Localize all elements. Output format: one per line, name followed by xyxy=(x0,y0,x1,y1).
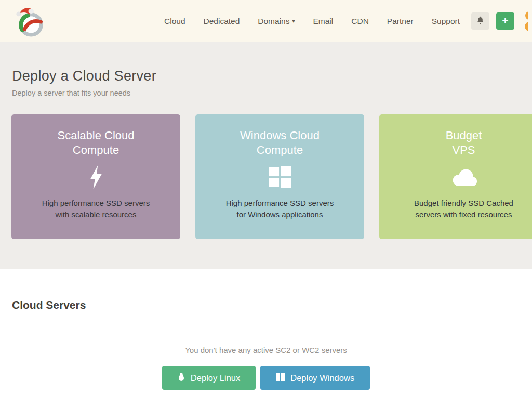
card-title: Budget VPS xyxy=(379,128,532,157)
nav-item-email[interactable]: Email xyxy=(313,17,334,26)
card-description: High performance SSD servers for Windows… xyxy=(195,198,364,220)
chevron-down-icon: ▾ xyxy=(292,18,295,24)
deploy-windows-button[interactable]: Deploy Windows xyxy=(260,366,370,390)
cloud-servers-section: Cloud Servers You don't have any active … xyxy=(0,269,532,390)
nav-item-support[interactable]: Support xyxy=(432,17,460,26)
windows-logo-icon xyxy=(276,373,285,384)
empty-state-message: You don't have any active SC2 or WC2 ser… xyxy=(0,346,532,354)
nav-item-cloud[interactable]: Cloud xyxy=(164,17,185,26)
nav-item-domains[interactable]: Domains ▾ xyxy=(258,17,295,26)
card-title: Scalable Cloud Compute xyxy=(11,128,180,157)
deploy-buttons: Deploy Linux Deploy Windows xyxy=(0,366,532,390)
add-button[interactable]: + xyxy=(496,12,514,30)
cloud-icon xyxy=(379,161,532,193)
top-navbar: Cloud Dedicated Domains ▾ Email CDN Part… xyxy=(0,0,532,42)
card-windows-cloud-compute[interactable]: Windows Cloud Compute High performance S… xyxy=(195,114,364,239)
lightning-bolt-icon xyxy=(11,161,180,193)
card-scalable-cloud-compute[interactable]: Scalable Cloud Compute High performance … xyxy=(11,114,180,239)
page-title: Deploy a Cloud Server xyxy=(0,68,532,84)
main-nav: Cloud Dedicated Domains ▾ Email CDN Part… xyxy=(164,17,460,26)
card-description: Budget friendly SSD Cached servers with … xyxy=(379,198,532,220)
section-title: Cloud Servers xyxy=(0,299,532,311)
company-logo-icon[interactable] xyxy=(14,4,47,40)
nav-item-dedicated[interactable]: Dedicated xyxy=(204,17,240,26)
card-description: High performance SSD servers with scalab… xyxy=(11,198,180,220)
server-type-cards: Scalable Cloud Compute High performance … xyxy=(0,114,532,239)
deploy-linux-label: Deploy Linux xyxy=(191,373,240,383)
bell-icon xyxy=(476,16,484,27)
partial-user-icon[interactable] xyxy=(522,9,528,34)
deploy-hero-section: Deploy a Cloud Server Deploy a server th… xyxy=(0,42,532,269)
windows-logo-icon xyxy=(195,161,364,193)
deploy-windows-label: Deploy Windows xyxy=(290,373,354,383)
notifications-button[interactable] xyxy=(471,12,489,30)
deploy-linux-button[interactable]: Deploy Linux xyxy=(162,366,256,390)
card-budget-vps[interactable]: Budget VPS Budget friendly SSD Cached se… xyxy=(379,114,532,239)
nav-item-partner[interactable]: Partner xyxy=(387,17,414,26)
nav-item-cdn[interactable]: CDN xyxy=(351,17,369,26)
linux-penguin-icon xyxy=(178,373,185,384)
card-title: Windows Cloud Compute xyxy=(195,128,364,157)
page-subtitle: Deploy a server that fits your needs xyxy=(0,89,532,97)
